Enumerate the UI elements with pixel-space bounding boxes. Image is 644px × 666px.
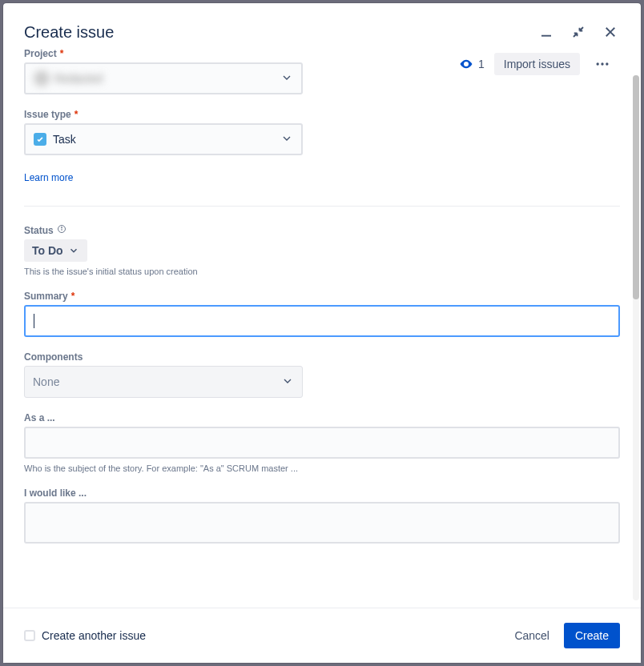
modal-header: Create issue (3, 3, 641, 48)
issue-type-value: Task (53, 133, 76, 146)
issue-type-field: Issue type * Task (24, 109, 620, 155)
status-label-text: Status (24, 225, 54, 236)
create-button[interactable]: Create (564, 623, 620, 648)
header-actions (537, 22, 620, 42)
issue-type-select[interactable]: Task (24, 123, 303, 155)
svg-point-2 (597, 62, 599, 65)
project-label: Project * (24, 48, 459, 59)
components-label: Components (24, 351, 620, 363)
as-a-input[interactable] (24, 427, 620, 459)
status-label: Status (24, 224, 620, 236)
summary-field: Summary * (24, 291, 620, 337)
chevron-down-icon (281, 375, 294, 390)
create-issue-modal: Create issue (3, 3, 641, 663)
task-icon (34, 133, 46, 146)
create-another-label: Create another issue (42, 629, 146, 642)
watcher-count-value: 1 (478, 58, 485, 70)
import-issues-button[interactable]: Import issues (494, 53, 580, 75)
cancel-button[interactable]: Cancel (511, 623, 553, 648)
as-a-field: As a ... Who is the subject of the story… (24, 412, 620, 473)
create-another-checkbox-row[interactable]: Create another issue (24, 629, 146, 642)
chevron-down-icon (68, 245, 79, 256)
create-another-checkbox[interactable] (24, 630, 35, 641)
as-a-help: Who is the subject of the story. For exa… (24, 463, 620, 473)
more-actions-icon[interactable] (590, 51, 615, 77)
summary-label: Summary * (24, 291, 620, 302)
info-icon[interactable] (57, 224, 66, 236)
svg-point-7 (61, 227, 62, 228)
project-field: Project * Redacted (24, 48, 459, 94)
i-would-like-field: I would like ... (24, 487, 620, 544)
minimize-icon[interactable] (537, 22, 556, 42)
status-value: To Do (32, 244, 63, 257)
status-field: Status To Do This is the issue's initial… (24, 224, 620, 276)
status-help: This is the issue's initial status upon … (24, 267, 620, 276)
i-would-like-input[interactable] (24, 502, 620, 544)
svg-rect-0 (541, 35, 551, 37)
required-asterisk: * (60, 48, 64, 59)
summary-label-text: Summary (24, 291, 68, 302)
as-a-label: As a ... (24, 412, 620, 423)
required-asterisk: * (71, 291, 75, 302)
watchers[interactable]: 1 (459, 57, 485, 71)
collapse-icon[interactable] (569, 22, 588, 42)
issue-type-label-text: Issue type (24, 109, 71, 120)
svg-point-1 (465, 63, 467, 66)
footer-actions: Cancel Create (511, 623, 620, 648)
components-placeholder: None (33, 375, 59, 388)
modal-title: Create issue (24, 23, 114, 42)
learn-more-link[interactable]: Learn more (24, 172, 73, 183)
text-cursor (34, 314, 34, 328)
components-field: Components None (24, 351, 620, 398)
chevron-down-icon (280, 71, 293, 86)
chevron-down-icon (280, 132, 293, 147)
components-select[interactable]: None (24, 366, 303, 398)
modal-footer: Create another issue Cancel Create (3, 608, 641, 663)
toolbar-right: 1 Import issues (459, 48, 620, 77)
project-select[interactable]: Redacted (24, 62, 303, 94)
project-value-blurred: Redacted (34, 70, 103, 86)
modal-body: Project * Redacted (3, 48, 641, 608)
status-select[interactable]: To Do (24, 239, 87, 262)
issue-type-label: Issue type * (24, 109, 620, 120)
project-label-text: Project (24, 48, 57, 59)
divider (24, 206, 620, 207)
i-would-like-label: I would like ... (24, 487, 620, 499)
required-asterisk: * (74, 109, 78, 120)
summary-input[interactable] (24, 305, 620, 337)
close-icon[interactable] (601, 22, 620, 42)
svg-point-4 (606, 62, 608, 65)
svg-point-3 (601, 62, 603, 65)
